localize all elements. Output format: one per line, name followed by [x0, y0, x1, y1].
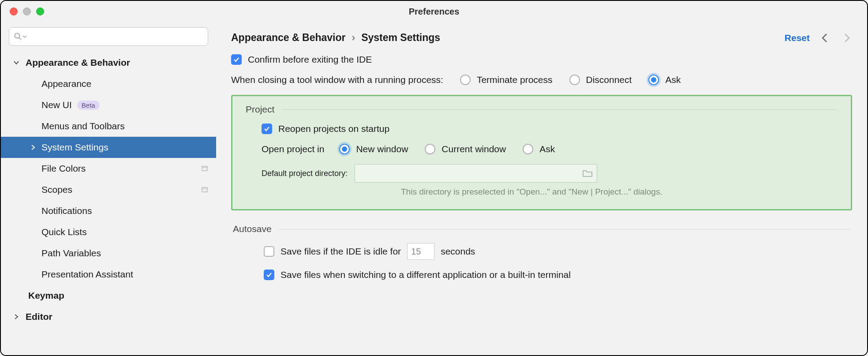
beta-badge: Beta	[77, 101, 100, 110]
project-section: Project Reopen projects on startup Open …	[231, 95, 852, 210]
sidebar-item-scopes[interactable]: Scopes	[1, 179, 216, 200]
ask-radio[interactable]	[648, 75, 659, 85]
ask-label: Ask	[665, 75, 681, 85]
autosave-section-title: Autosave	[233, 224, 272, 234]
sidebar-item-label: Quick Lists	[41, 227, 87, 237]
disconnect-radio[interactable]	[569, 75, 580, 85]
sidebar-item-label: Appearance	[41, 79, 91, 89]
new-window-label: New window	[356, 144, 408, 154]
sidebar-item-path-variables[interactable]: Path Variables	[1, 243, 216, 264]
sidebar-item-file-colors[interactable]: File Colors	[1, 158, 216, 179]
back-button[interactable]	[819, 32, 831, 44]
project-level-icon	[201, 165, 208, 172]
sidebar-item-label: New UI	[41, 100, 72, 110]
search-field[interactable]	[30, 32, 203, 41]
folder-icon[interactable]	[583, 169, 592, 177]
save-on-switch-label: Save files when switching to a different…	[281, 270, 571, 280]
disconnect-label: Disconnect	[586, 75, 632, 85]
default-dir-input-wrap	[355, 164, 597, 183]
default-dir-hint: This directory is preselected in "Open..…	[401, 187, 838, 197]
forward-button[interactable]	[841, 32, 852, 44]
breadcrumb-segment: Appearance & Behavior	[231, 32, 345, 44]
minimize-window-button[interactable]	[23, 7, 31, 15]
current-window-radio[interactable]	[425, 144, 435, 154]
content-header: Appearance & Behavior › System Settings …	[231, 32, 852, 44]
sidebar-item-editor[interactable]: Editor	[1, 306, 216, 327]
sidebar: Appearance & Behavior Appearance New UI …	[1, 22, 216, 355]
sidebar-item-label: Path Variables	[41, 248, 101, 259]
sidebar-item-system-settings[interactable]: System Settings	[1, 137, 216, 158]
sidebar-item-label: System Settings	[41, 142, 108, 153]
default-dir-label: Default project directory:	[262, 169, 348, 178]
open-ask-radio[interactable]	[523, 144, 533, 154]
svg-rect-2	[202, 166, 207, 171]
closing-tool-label: When closing a tool window with a runnin…	[231, 75, 443, 85]
breadcrumb-separator: ›	[352, 32, 355, 44]
sidebar-item-appearance[interactable]: Appearance	[1, 73, 216, 94]
divider	[279, 229, 850, 229]
reopen-projects-label: Reopen projects on startup	[278, 124, 389, 134]
sidebar-item-label: Editor	[26, 311, 52, 322]
titlebar: Preferences	[1, 1, 867, 22]
sidebar-item-label: File Colors	[41, 163, 86, 174]
search-icon	[14, 32, 22, 41]
sidebar-item-label: Keymap	[28, 290, 64, 301]
sidebar-item-notifications[interactable]: Notifications	[1, 200, 216, 221]
svg-rect-4	[202, 187, 207, 192]
autosave-section: Autosave Save files if the IDE is idle f…	[231, 224, 852, 280]
divider	[281, 109, 838, 110]
dropdown-icon	[22, 34, 27, 39]
check-icon	[263, 125, 270, 132]
reopen-projects-checkbox[interactable]	[262, 124, 272, 134]
save-idle-suffix: seconds	[441, 246, 475, 257]
confirm-exit-label: Confirm before exiting the IDE	[248, 54, 372, 65]
terminate-process-label: Terminate process	[477, 75, 553, 85]
sidebar-item-label: Scopes	[41, 184, 72, 195]
check-icon	[233, 56, 240, 63]
content-pane: Appearance & Behavior › System Settings …	[216, 22, 867, 355]
breadcrumb: Appearance & Behavior › System Settings	[231, 32, 440, 44]
sidebar-item-menus-toolbars[interactable]: Menus and Toolbars	[1, 116, 216, 137]
check-icon	[266, 271, 273, 278]
sidebar-item-label: Notifications	[41, 206, 92, 216]
reset-button[interactable]: Reset	[785, 33, 810, 43]
new-window-radio[interactable]	[339, 144, 350, 154]
sidebar-item-label: Menus and Toolbars	[41, 121, 125, 131]
sidebar-item-quick-lists[interactable]: Quick Lists	[1, 221, 216, 243]
current-window-label: Current window	[441, 144, 506, 154]
svg-point-0	[15, 34, 20, 38]
open-project-in-label: Open project in	[262, 144, 324, 154]
close-window-button[interactable]	[10, 7, 18, 15]
settings-tree: Appearance & Behavior Appearance New UI …	[1, 52, 216, 327]
chevron-down-icon	[13, 60, 19, 66]
chevron-right-icon	[13, 314, 19, 320]
confirm-exit-checkbox[interactable]	[231, 54, 242, 65]
sidebar-item-label: Presentation Assistant	[41, 269, 133, 280]
project-section-title: Project	[246, 104, 274, 115]
sidebar-item-presentation-assistant[interactable]: Presentation Assistant	[1, 264, 216, 285]
svg-line-1	[19, 38, 22, 40]
save-idle-checkbox[interactable]	[264, 246, 274, 257]
idle-seconds-input[interactable]	[407, 243, 434, 260]
window-title: Preferences	[409, 7, 460, 17]
search-input[interactable]	[9, 27, 208, 46]
save-on-switch-checkbox[interactable]	[264, 270, 274, 280]
open-ask-label: Ask	[539, 144, 555, 154]
sidebar-item-appearance-behavior[interactable]: Appearance & Behavior	[1, 52, 216, 73]
sidebar-item-keymap[interactable]: Keymap	[1, 285, 216, 306]
terminate-process-radio[interactable]	[460, 75, 471, 85]
project-level-icon	[201, 186, 208, 193]
sidebar-item-new-ui[interactable]: New UI Beta	[1, 94, 216, 116]
sidebar-item-label: Appearance & Behavior	[26, 57, 130, 68]
zoom-window-button[interactable]	[36, 7, 44, 15]
breadcrumb-segment: System Settings	[361, 32, 440, 44]
save-idle-prefix: Save files if the IDE is idle for	[281, 246, 401, 257]
chevron-right-icon	[30, 144, 36, 150]
default-dir-input[interactable]	[359, 169, 583, 178]
traffic-lights	[1, 7, 44, 15]
